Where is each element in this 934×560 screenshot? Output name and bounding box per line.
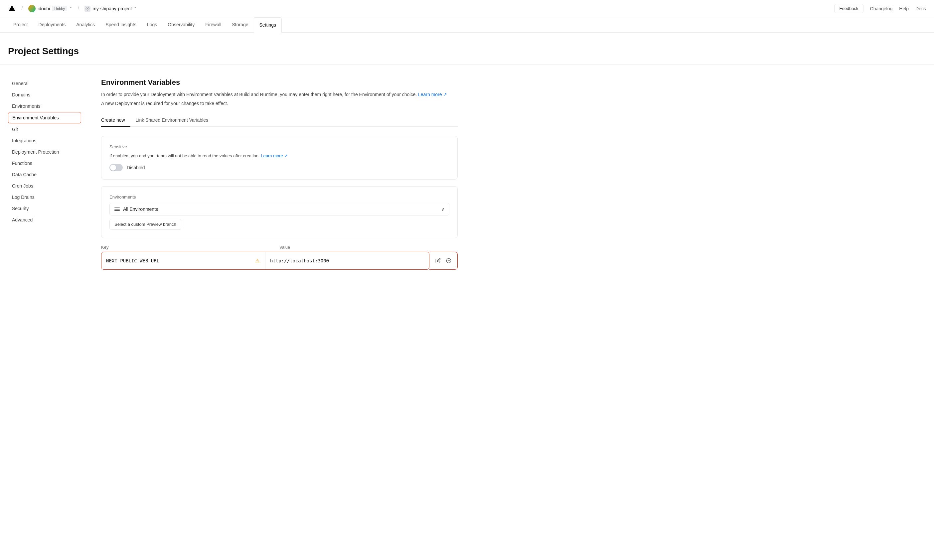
- nav-item-observability[interactable]: Observability: [162, 17, 200, 32]
- external-link-icon: ↗: [443, 92, 447, 97]
- nav-item-project[interactable]: Project: [8, 17, 33, 32]
- env-select-left: All Environments: [114, 206, 158, 212]
- avatar: [28, 5, 35, 12]
- settings-sidebar: General Domains Environments Environment…: [8, 78, 81, 270]
- kv-row: ⚠: [101, 252, 429, 270]
- tab-link-shared[interactable]: Link Shared Environment Variables: [136, 114, 214, 127]
- env-chevron-down-icon: ∨: [441, 206, 445, 212]
- sidebar-item-data-cache[interactable]: Data Cache: [8, 169, 81, 180]
- delete-button[interactable]: [445, 257, 453, 265]
- main-content: Environment Variables In order to provid…: [81, 78, 458, 270]
- kv-actions: [429, 252, 458, 270]
- kv-key-input[interactable]: [106, 258, 254, 263]
- warning-icon: ⚠: [254, 257, 260, 264]
- project-badge[interactable]: my-shipany-project ⌃: [85, 6, 137, 12]
- sensitive-learn-more-link[interactable]: Learn more ↗: [261, 153, 288, 158]
- help-link[interactable]: Help: [899, 6, 909, 11]
- page-body: General Domains Environments Environment…: [0, 65, 466, 283]
- sidebar-item-integrations[interactable]: Integrations: [8, 135, 81, 146]
- docs-link[interactable]: Docs: [916, 6, 926, 11]
- user-badge[interactable]: idoubi Hobby ⌃: [28, 5, 72, 12]
- env-select-text: All Environments: [123, 206, 158, 212]
- kv-header-row: Key Value: [101, 245, 458, 250]
- project-icon: [85, 6, 91, 12]
- kv-value-label: Value: [279, 245, 458, 250]
- sidebar-item-general[interactable]: General: [8, 78, 81, 89]
- stack-icon: [114, 208, 120, 211]
- sensitive-toggle[interactable]: [109, 164, 123, 171]
- section-note: A new Deployment is required for your ch…: [101, 101, 458, 106]
- sensitive-card: Sensitive If enabled, you and your team …: [101, 136, 458, 180]
- sidebar-item-log-drains[interactable]: Log Drains: [8, 192, 81, 203]
- environments-label: Environments: [109, 195, 449, 200]
- secondary-nav: Project Deployments Analytics Speed Insi…: [0, 17, 934, 32]
- kv-value-input[interactable]: [270, 258, 425, 263]
- section-title: Environment Variables: [101, 78, 458, 87]
- environments-card: Environments All Environments ∨ Select a…: [101, 186, 458, 238]
- vercel-logo-icon[interactable]: [8, 5, 16, 12]
- nav-item-deployments[interactable]: Deployments: [33, 17, 71, 32]
- sidebar-item-functions[interactable]: Functions: [8, 158, 81, 169]
- nav-separator-2: /: [77, 5, 79, 12]
- sidebar-item-cron-jobs[interactable]: Cron Jobs: [8, 181, 81, 191]
- feedback-button[interactable]: Feedback: [834, 4, 863, 13]
- sidebar-item-deployment-protection[interactable]: Deployment Protection: [8, 147, 81, 157]
- preview-branch-button[interactable]: Select a custom Preview branch: [109, 219, 181, 230]
- page-title: Project Settings: [8, 46, 926, 57]
- nav-separator-1: /: [21, 5, 23, 12]
- nav-item-logs[interactable]: Logs: [142, 17, 162, 32]
- nav-item-analytics[interactable]: Analytics: [71, 17, 100, 32]
- sensitive-toggle-row: Disabled: [109, 164, 449, 171]
- toggle-knob: [110, 165, 116, 171]
- kv-key-cell: ⚠: [102, 252, 265, 269]
- project-chevron-icon: ⌃: [134, 6, 137, 11]
- sidebar-item-environments[interactable]: Environments: [8, 101, 81, 111]
- plan-badge: Hobby: [52, 6, 67, 11]
- tabs: Create new Link Shared Environment Varia…: [101, 114, 458, 127]
- sidebar-item-security[interactable]: Security: [8, 203, 81, 214]
- username-label: idoubi: [38, 6, 50, 11]
- kv-value-cell: [265, 252, 429, 269]
- sidebar-item-env-vars[interactable]: Environment Variables: [8, 112, 81, 123]
- top-nav-right: Feedback Changelog Help Docs: [834, 4, 926, 13]
- kv-section: Key Value ⚠: [101, 245, 458, 270]
- nav-item-speed-insights[interactable]: Speed Insights: [100, 17, 142, 32]
- sidebar-item-git[interactable]: Git: [8, 124, 81, 135]
- environments-select[interactable]: All Environments ∨: [109, 203, 449, 215]
- section-desc: In order to provide your Deployment with…: [101, 91, 458, 98]
- nav-item-storage[interactable]: Storage: [226, 17, 254, 32]
- sensitive-toggle-text: Disabled: [127, 165, 145, 170]
- sensitive-external-icon: ↗: [284, 153, 288, 158]
- tab-create-new[interactable]: Create new: [101, 114, 131, 127]
- project-name-label: my-shipany-project: [92, 6, 132, 11]
- kv-key-label: Key: [101, 245, 279, 250]
- nav-item-firewall[interactable]: Firewall: [200, 17, 226, 32]
- user-chevron-icon: ⌃: [69, 6, 72, 11]
- changelog-link[interactable]: Changelog: [870, 6, 893, 11]
- page-header: Project Settings: [0, 32, 934, 65]
- sensitive-label: Sensitive: [109, 144, 449, 149]
- top-nav-left: / idoubi Hobby ⌃ / my-shipany-project ⌃: [8, 5, 137, 12]
- edit-button[interactable]: [434, 257, 442, 265]
- sidebar-item-advanced[interactable]: Advanced: [8, 214, 81, 225]
- nav-item-settings[interactable]: Settings: [254, 17, 282, 33]
- sensitive-desc: If enabled, you and your team will not b…: [109, 152, 449, 159]
- top-nav: / idoubi Hobby ⌃ / my-shipany-project ⌃ …: [0, 0, 934, 17]
- section-desc-text: In order to provide your Deployment with…: [101, 92, 417, 97]
- sidebar-item-domains[interactable]: Domains: [8, 89, 81, 100]
- learn-more-link[interactable]: Learn more ↗: [418, 92, 447, 97]
